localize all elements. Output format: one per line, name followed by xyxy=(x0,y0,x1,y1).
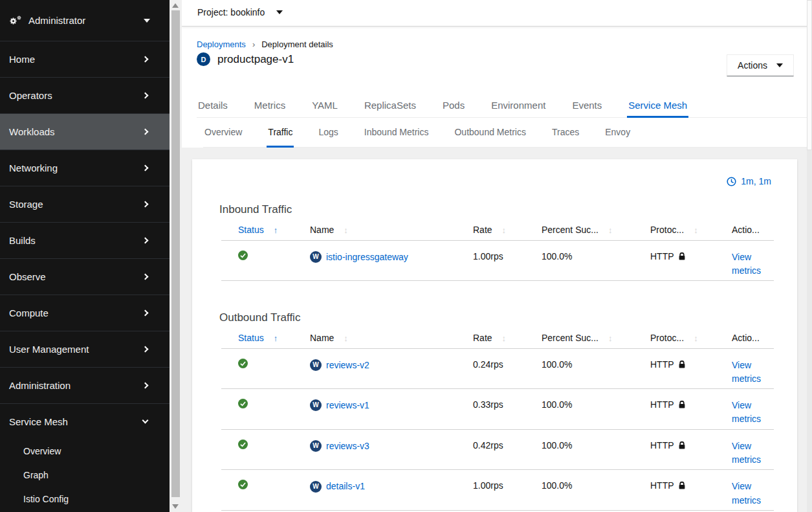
chevron-right-icon xyxy=(142,93,149,99)
chevron-right-icon xyxy=(142,310,149,317)
tab-metrics[interactable]: Metrics xyxy=(253,95,287,118)
sort-icon: ↕ xyxy=(694,225,698,235)
tab-service-mesh[interactable]: Service Mesh xyxy=(627,95,688,118)
healthy-status-icon xyxy=(238,440,248,452)
sidebar-item-service-mesh[interactable]: Service Mesh xyxy=(0,403,170,440)
window-scrollbar-thumb[interactable] xyxy=(807,0,812,150)
column-header-rate[interactable]: Rate↕ xyxy=(465,219,534,240)
sidebar-item-user-management[interactable]: User Management xyxy=(0,331,170,367)
tab-pods[interactable]: Pods xyxy=(441,95,466,118)
sidebar-item-sm-overview[interactable]: Overview xyxy=(0,440,170,463)
percent-success-value: 100.0% xyxy=(534,470,642,511)
perspective-label: Administrator xyxy=(28,15,85,26)
sidebar-item-label: Workloads xyxy=(9,126,55,137)
column-header-name[interactable]: Name↕ xyxy=(302,328,465,348)
column-header-percent-success[interactable]: Percent Suc...↕ xyxy=(534,328,642,348)
column-label: Name xyxy=(310,225,334,235)
sidebar-item-networking[interactable]: Networking xyxy=(0,150,170,186)
sidebar-item-operators[interactable]: Operators xyxy=(0,77,170,113)
subtab-inbound-metrics[interactable]: Inbound Metrics xyxy=(363,118,430,148)
view-metrics-link[interactable]: View metrics xyxy=(732,360,761,384)
view-metrics-link[interactable]: View metrics xyxy=(732,441,761,465)
sidebar-scrollbar-thumb[interactable] xyxy=(171,10,180,497)
column-header-status[interactable]: Status↑ xyxy=(221,328,302,348)
perspective-switcher[interactable]: Administrator xyxy=(0,0,170,41)
cogs-icon xyxy=(8,15,22,26)
view-metrics-link[interactable]: View metrics xyxy=(732,482,761,506)
sidebar-item-sm-istio-config[interactable]: Istio Config xyxy=(0,487,170,511)
subtab-outbound-metrics[interactable]: Outbound Metrics xyxy=(453,118,527,148)
rate-value: 0.42rps xyxy=(465,429,534,470)
project-selector[interactable]: Project: bookinfo xyxy=(197,7,283,17)
column-label: Actio... xyxy=(732,333,760,343)
workload-link[interactable]: reviews-v3 xyxy=(326,441,369,451)
sidebar-item-compute[interactable]: Compute xyxy=(0,295,170,331)
page-header: Deployments › Deployment details D produ… xyxy=(182,27,812,148)
column-label: Status xyxy=(238,225,264,235)
sort-icon: ↕ xyxy=(608,225,613,235)
workload-link[interactable]: reviews-v1 xyxy=(326,400,369,410)
sidebar-item-label: Operators xyxy=(9,90,52,101)
subtab-overview[interactable]: Overview xyxy=(203,118,243,148)
tab-yaml[interactable]: YAML xyxy=(311,95,339,118)
tab-environment[interactable]: Environment xyxy=(490,95,547,118)
column-header-status[interactable]: Status↑ xyxy=(221,219,302,240)
table-header-row: Status↑ Name↕ Rate↕ Percent Suc...↕ Prot… xyxy=(221,328,774,348)
subtab-envoy[interactable]: Envoy xyxy=(604,118,631,148)
healthy-status-icon xyxy=(238,250,248,263)
chevron-right-icon xyxy=(142,129,149,135)
chevron-right-icon xyxy=(142,274,149,280)
sidebar-item-administration[interactable]: Administration xyxy=(0,367,170,403)
sidebar-item-builds[interactable]: Builds xyxy=(0,222,170,258)
table-row: Wreviews-v2 0.24rps 100.0% HTTP View met… xyxy=(221,348,774,389)
rate-value: 1.00rps xyxy=(465,470,534,511)
subtab-traces[interactable]: Traces xyxy=(551,118,580,148)
workload-link[interactable]: details-v1 xyxy=(326,482,365,492)
column-label: Percent Suc... xyxy=(542,225,598,235)
actions-label: Actions xyxy=(738,60,767,71)
view-metrics-link[interactable]: View metrics xyxy=(732,400,761,424)
scroll-up-arrow-icon[interactable] xyxy=(172,3,179,8)
project-bar: Project: bookinfo xyxy=(182,0,812,27)
column-header-percent-success[interactable]: Percent Suc...↕ xyxy=(534,219,642,240)
scroll-down-arrow-icon[interactable] xyxy=(172,504,179,509)
sort-ascending-icon: ↑ xyxy=(274,333,278,343)
column-header-name[interactable]: Name↕ xyxy=(302,219,465,240)
sidebar-nav-list: Home Operators Workloads Networking Stor… xyxy=(0,41,170,440)
protocol-value: HTTP xyxy=(650,440,674,451)
column-header-protocol[interactable]: Protoc...↕ xyxy=(642,219,724,240)
sidebar-item-home[interactable]: Home xyxy=(0,41,170,77)
tab-events[interactable]: Events xyxy=(571,95,603,118)
page-title: productpage-v1 xyxy=(217,53,294,66)
sort-icon: ↕ xyxy=(608,333,613,343)
duration-control[interactable]: 1m, 1m xyxy=(221,175,771,187)
traffic-card: 1m, 1m Inbound Traffic Status↑ Name↕ Rat… xyxy=(192,159,797,512)
lock-icon xyxy=(679,361,685,368)
tab-details[interactable]: Details xyxy=(197,95,229,118)
inbound-traffic-table: Status↑ Name↕ Rate↕ Percent Suc...↕ Prot… xyxy=(221,219,774,281)
view-metrics-link[interactable]: View metrics xyxy=(732,252,761,276)
healthy-status-icon xyxy=(238,399,248,412)
breadcrumb-link-deployments[interactable]: Deployments xyxy=(197,39,246,49)
sidebar-item-storage[interactable]: Storage xyxy=(0,186,170,222)
title-row: D productpage-v1 xyxy=(197,52,294,66)
sort-icon: ↕ xyxy=(344,225,348,235)
window-scrollbar[interactable] xyxy=(807,0,812,512)
sidebar-item-label: Home xyxy=(9,54,35,65)
sidebar-scrollbar[interactable] xyxy=(170,0,182,512)
subtab-traffic[interactable]: Traffic xyxy=(267,118,294,148)
actions-button[interactable]: Actions xyxy=(727,54,794,76)
table-row: Wreviews-v3 0.42rps 100.0% HTTP View met… xyxy=(221,429,774,470)
tab-replicasets[interactable]: ReplicaSets xyxy=(363,95,417,118)
project-label: Project: bookinfo xyxy=(197,7,265,17)
sidebar-item-observe[interactable]: Observe xyxy=(0,258,170,295)
workload-link[interactable]: istio-ingressgateway xyxy=(326,252,408,262)
column-header-rate[interactable]: Rate↕ xyxy=(465,328,534,348)
subtab-logs[interactable]: Logs xyxy=(317,118,339,148)
workload-link[interactable]: reviews-v2 xyxy=(326,360,369,370)
protocol-value: HTTP xyxy=(650,480,674,491)
sidebar-item-workloads[interactable]: Workloads xyxy=(0,113,170,150)
column-header-protocol[interactable]: Protoc...↕ xyxy=(642,328,724,348)
sidebar-item-label: Networking xyxy=(9,162,58,173)
sidebar-item-sm-graph[interactable]: Graph xyxy=(0,463,170,487)
